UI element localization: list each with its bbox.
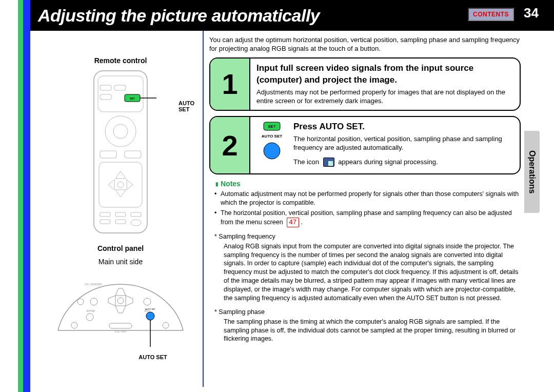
svg-marker-14 (108, 180, 114, 190)
step-2-body: SET AUTO SET Press AUTO SET. The horizon… (250, 117, 520, 174)
set-label: SET (268, 124, 276, 129)
svg-rect-11 (99, 162, 142, 207)
control-panel-illustration: ON / STANDBY ENTER EXIT AUTO SET VOL / A… (54, 270, 187, 347)
notes-section: Notes Automatic adjustment may not be pe… (209, 180, 521, 227)
sampling-frequency-section: Sampling frequency Analog RGB signals in… (209, 232, 521, 303)
section-tab-operations[interactable]: Operations (524, 131, 540, 213)
contents-button[interactable]: CONTENTS (468, 8, 514, 21)
svg-point-33 (146, 312, 154, 320)
svg-rect-3 (114, 85, 126, 90)
svg-text:AUTO SET: AUTO SET (145, 308, 155, 310)
remote-control-label: Remote control (51, 56, 190, 65)
svg-rect-9 (100, 151, 116, 158)
svg-point-30 (77, 299, 84, 305)
note-text: The horizontal position, vertical positi… (221, 209, 512, 226)
panel-autoset-callout: AUTO SET (132, 354, 173, 360)
svg-point-45 (264, 143, 280, 159)
sampling-phase-label: Sampling phase (214, 308, 265, 316)
remote-control-illustration: SET (85, 70, 156, 234)
svg-point-32 (144, 298, 151, 305)
sampling-phase-section: Sampling phase The sampling phase is the… (209, 308, 521, 344)
svg-point-8 (113, 124, 128, 139)
svg-rect-19 (131, 212, 141, 217)
control-panel-label: Control panel (51, 244, 190, 252)
remote-autoset-callout: AUTO SET (179, 100, 194, 112)
svg-text:VOL / ADJ: VOL / ADJ (114, 330, 127, 333)
svg-point-29 (117, 298, 124, 304)
page-title: Adjusting the picture automatically (38, 6, 320, 26)
intro-text: You can adjust the optimum horizontal po… (209, 36, 521, 53)
svg-rect-10 (125, 151, 141, 158)
svg-rect-20 (100, 220, 110, 224)
svg-rect-4 (100, 94, 111, 100)
svg-text:ON / STANDBY: ON / STANDBY (85, 283, 103, 286)
step-2-box: 2 SET AUTO SET Press AUTO SET. The horiz… (209, 116, 521, 175)
svg-point-7 (105, 116, 136, 147)
svg-rect-21 (115, 220, 126, 224)
note-item: Automatic adjustment may not be performe… (214, 190, 521, 207)
svg-marker-28 (126, 296, 133, 306)
svg-rect-37 (109, 323, 132, 328)
svg-point-36 (163, 322, 169, 328)
page-reference-47[interactable]: 47 (287, 218, 299, 227)
svg-rect-18 (115, 212, 126, 217)
autoset-button-illustration: SET AUTO SET (256, 121, 287, 170)
svg-marker-27 (108, 296, 115, 306)
svg-rect-1 (98, 76, 143, 112)
svg-point-16 (117, 182, 124, 188)
svg-rect-17 (100, 212, 110, 217)
processing-icon (323, 158, 334, 167)
svg-point-34 (86, 313, 93, 321)
step-1-body: Input full screen video signals from the… (250, 58, 520, 110)
step-2-number: 2 (210, 117, 250, 174)
svg-marker-25 (115, 288, 126, 296)
sampling-frequency-text: Analog RGB signals input from the comput… (214, 242, 521, 303)
vertical-divider (203, 31, 204, 387)
svg-marker-12 (115, 171, 126, 179)
step-1-title: Input full screen video signals from the… (256, 63, 513, 86)
margin-blue-bar (23, 0, 30, 392)
control-panel-sub: Main unit side (51, 258, 190, 266)
svg-text:SET: SET (130, 97, 135, 100)
note-item: The horizontal position, vertical positi… (214, 209, 521, 227)
step-1-desc: Adjustments may not be performed properl… (256, 88, 513, 106)
margin-green-bar (18, 0, 23, 392)
page-number: 34 (524, 5, 539, 21)
left-panel: Remote control SET AUTO SET Control pane… (51, 56, 190, 347)
step-2-desc-a: The horizontal position, vertical positi… (293, 134, 513, 152)
icon-text-post: appears during signal processing. (338, 158, 438, 166)
svg-text:ENTER: ENTER (87, 309, 95, 312)
sampling-frequency-label: Sampling frequency (214, 233, 275, 240)
autoset-label: AUTO SET (262, 134, 282, 139)
step-2-title: Press AUTO SET. (293, 121, 513, 133)
step-1-box: 1 Input full screen video signals from t… (209, 57, 521, 111)
svg-point-35 (71, 322, 77, 328)
sampling-phase-text: The sampling phase is the timing at whic… (214, 318, 521, 344)
main-content: You can adjust the optimum horizontal po… (209, 36, 521, 343)
notes-heading: Notes (215, 180, 521, 188)
svg-point-31 (90, 298, 97, 305)
icon-text-pre: The icon (293, 158, 319, 166)
svg-marker-13 (115, 190, 126, 197)
svg-rect-2 (100, 85, 111, 90)
svg-marker-26 (115, 306, 126, 313)
step-2-desc-b: The icon appears during signal processin… (293, 158, 513, 167)
svg-marker-15 (127, 180, 133, 190)
step-1-number: 1 (210, 58, 250, 110)
svg-point-22 (131, 220, 141, 226)
